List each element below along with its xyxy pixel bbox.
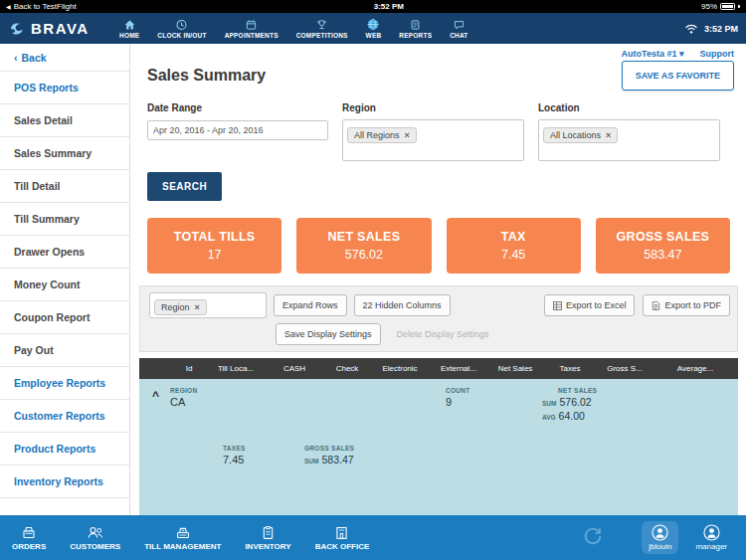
clock-icon <box>175 19 188 31</box>
column-header-check[interactable]: Check <box>324 364 370 373</box>
column-header-external[interactable]: External... <box>430 364 487 373</box>
remove-tag-icon[interactable]: × <box>405 130 410 140</box>
avatar-icon <box>652 524 668 541</box>
kpi-total-tills: TOTAL TILLS 17 <box>147 218 281 274</box>
save-as-favorite-button[interactable]: SAVE AS FAVORITE <box>622 61 734 91</box>
sidebar-back-link[interactable]: ‹Back <box>0 44 129 72</box>
remove-tag-icon[interactable]: × <box>606 130 611 140</box>
location-select[interactable]: All Locations× <box>538 119 720 161</box>
nav-clock-in-out[interactable]: CLOCK IN/OUT <box>157 19 206 39</box>
column-header-net-sales[interactable]: Net Sales <box>487 364 543 373</box>
group-count: COUNT 9 <box>446 387 470 408</box>
column-header-electronic[interactable]: Electronic <box>370 364 430 373</box>
net-sales-sum: 576.02 <box>559 396 591 408</box>
app-screen: ◀ Back to TestFlight 3:52 PM 95% BRAVA H… <box>0 0 746 560</box>
account-selector[interactable]: AutoTesta #1 ▾ <box>622 49 684 59</box>
kpi-tax: TAX 7.45 <box>447 218 581 274</box>
kpi-cards: TOTAL TILLS 17 NET SALES 576.02 TAX 7.45… <box>130 201 746 274</box>
sidebar-item-drawer-opens[interactable]: Drawer Opens <box>0 236 129 269</box>
footer-back-office[interactable]: BACK OFFICE <box>315 525 370 551</box>
back-arrow-icon: ◀ <box>6 3 11 10</box>
user-jblouin[interactable]: jblouin <box>642 521 678 554</box>
gross-sales-sum: 583.47 <box>321 454 353 466</box>
kpi-gross-sales: GROSS SALES 583.47 <box>596 218 730 274</box>
pdf-document-icon <box>652 301 660 310</box>
date-range-label: Date Range <box>147 102 328 113</box>
column-header-taxes[interactable]: Taxes <box>543 364 597 373</box>
battery-icon <box>720 3 735 10</box>
ios-status-bar: ◀ Back to TestFlight 3:52 PM 95% <box>0 0 746 13</box>
sync-button[interactable] <box>582 525 604 551</box>
expand-rows-button[interactable]: Expand Rows <box>274 294 347 316</box>
inventory-icon <box>261 525 276 540</box>
spreadsheet-icon <box>553 301 562 310</box>
nav-web[interactable]: WEB <box>366 18 382 39</box>
footer-inventory[interactable]: INVENTORY <box>245 525 290 551</box>
brand: BRAVA <box>8 20 119 37</box>
remove-tag-icon[interactable]: × <box>195 302 200 312</box>
customers-icon <box>87 525 104 540</box>
back-office-icon <box>334 525 349 540</box>
sync-icon <box>582 525 604 547</box>
sidebar-item-sales-summary[interactable]: Sales Summary <box>0 137 129 170</box>
nav-competitions[interactable]: COMPETITIONS <box>296 19 348 39</box>
table-header-row: Id Till Loca... CASH Check Electronic Ex… <box>139 358 738 379</box>
sidebar-item-pos-reports[interactable]: POS Reports <box>0 72 129 104</box>
battery-percent: 95% <box>701 2 717 11</box>
sidebar-item-pay-out[interactable]: Pay Out <box>0 334 129 367</box>
column-header-average[interactable]: Average... <box>653 364 738 373</box>
filters: Date Range Region All Regions× Location … <box>130 91 746 161</box>
region-filter: Region All Regions× <box>342 102 524 161</box>
sidebar-item-sales-detail[interactable]: Sales Detail <box>0 104 129 137</box>
brand-name: BRAVA <box>31 20 90 37</box>
column-header-gross-sales[interactable]: Gross S... <box>597 364 653 373</box>
user-manager[interactable]: manager <box>688 521 734 554</box>
date-range-input[interactable] <box>147 120 328 140</box>
sidebar-item-till-detail[interactable]: Till Detail <box>0 170 129 203</box>
region-select[interactable]: All Regions× <box>342 119 524 161</box>
trophy-icon <box>315 19 328 31</box>
chat-icon <box>453 19 466 31</box>
group-region-tag: Region× <box>154 299 207 315</box>
sidebar-item-product-reports[interactable]: Product Reports <box>0 433 129 466</box>
nav-chat[interactable]: CHAT <box>450 19 467 39</box>
column-header-till-location[interactable]: Till Loca... <box>207 364 265 373</box>
main-content: AutoTesta #1 ▾ Support Sales Summary SAV… <box>130 44 746 515</box>
avatar-icon <box>703 524 720 541</box>
sidebar-item-employee-reports[interactable]: Employee Reports <box>0 367 129 400</box>
support-link[interactable]: Support <box>700 49 735 59</box>
back-to-testflight[interactable]: ◀ Back to TestFlight <box>6 2 77 11</box>
column-header-cash[interactable]: CASH <box>265 364 324 373</box>
collapse-group-icon[interactable]: ^ <box>152 389 159 403</box>
export-pdf-button[interactable]: Export to PDF <box>643 294 730 316</box>
sidebar-item-till-summary[interactable]: Till Summary <box>0 203 129 236</box>
delete-display-settings-button: Delete Display Settings <box>388 323 498 345</box>
brava-logo <box>8 21 26 37</box>
group-region-value: CA <box>170 396 197 408</box>
footer-orders[interactable]: ORDERS <box>12 525 46 551</box>
column-header-id[interactable]: Id <box>171 364 207 373</box>
search-button[interactable]: SEARCH <box>147 172 222 201</box>
topnav-right: 3:52 PM <box>684 24 738 34</box>
nav-appointments[interactable]: APPOINTMENTS <box>225 19 279 39</box>
header-time: 3:52 PM <box>704 24 738 34</box>
net-sales-avg: 64.00 <box>559 410 585 422</box>
sidebar-item-customer-reports[interactable]: Customer Reports <box>0 400 129 433</box>
group-region: REGION CA <box>170 387 197 408</box>
save-display-settings-button[interactable]: Save Display Settings <box>276 323 381 345</box>
nav-reports[interactable]: REPORTS <box>399 19 432 39</box>
status-time: 3:52 PM <box>374 2 404 11</box>
footer-till-management[interactable]: TILL MANAGEMENT <box>144 525 221 551</box>
grouping-box[interactable]: Region× <box>149 292 267 318</box>
nav-home[interactable]: HOME <box>119 19 139 39</box>
export-excel-button[interactable]: Export to Excel <box>544 294 636 316</box>
calendar-icon <box>245 19 258 31</box>
region-group-row: ^ REGION CA COUNT 9 NET SALES SUM576.02 … <box>139 379 738 515</box>
footer-customers[interactable]: CUSTOMERS <box>70 525 120 551</box>
sidebar-item-money-count[interactable]: Money Count <box>0 269 129 301</box>
group-gross-sales: GROSS SALES SUM583.47 <box>304 445 354 466</box>
sidebar-item-coupon-report[interactable]: Coupon Report <box>0 301 129 334</box>
group-taxes: TAXES 7.45 <box>223 445 246 466</box>
hidden-columns-button[interactable]: 22 Hidden Columns <box>354 294 451 316</box>
sidebar-item-inventory-reports[interactable]: Inventory Reports <box>0 466 129 498</box>
